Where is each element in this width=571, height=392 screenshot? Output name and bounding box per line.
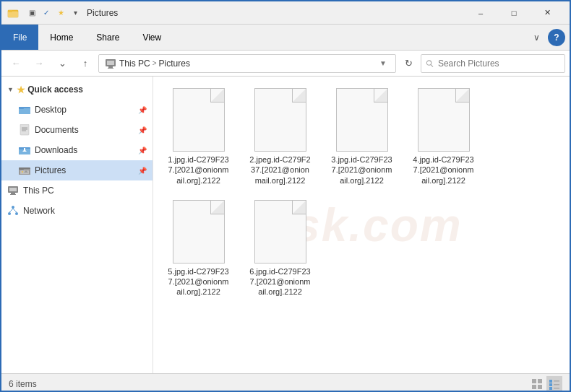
svg-point-7: [426, 60, 431, 64]
details-view-button[interactable]: [546, 376, 562, 392]
svg-rect-39: [538, 385, 542, 389]
file-item-6[interactable]: 6.jpg.id-C279F237.[2021@onionmail.org].2…: [242, 196, 318, 302]
svg-rect-30: [10, 194, 16, 195]
svg-rect-23: [19, 167, 24, 170]
search-box[interactable]: [421, 54, 565, 73]
quick-access-rename[interactable]: ★: [55, 7, 66, 19]
address-bar: ← → ⌄ ↑ This PC > Pictures ▼ ↻: [1, 51, 570, 77]
tab-share[interactable]: Share: [85, 25, 131, 50]
forward-button[interactable]: →: [29, 54, 49, 73]
ribbon-end: ∨ ?: [528, 25, 570, 50]
network-label: Network: [23, 206, 55, 216]
file-item-2[interactable]: 2.jpeg.id-C279F237.[2021@onionmail.org].…: [242, 84, 318, 190]
downloads-pin-icon: 📌: [138, 147, 147, 154]
quick-access-undo[interactable]: ✓: [40, 7, 52, 19]
ribbon-collapse-button[interactable]: ∨: [528, 29, 545, 46]
file-icon-3: [336, 88, 388, 152]
sidebar-item-pictures[interactable]: Pictures 📌: [1, 160, 153, 180]
file-item-3[interactable]: 3.jpg.id-C279F237.[2021@onionmail.org].2…: [324, 84, 400, 190]
pictures-pin-icon: 📌: [138, 167, 147, 175]
file-name-3: 3.jpg.id-C279F237.[2021@onionmail.org].2…: [331, 154, 392, 186]
item-count: 6 items: [9, 379, 37, 389]
app-icon: [7, 7, 19, 19]
file-icon-6: [254, 200, 306, 263]
large-icon-view-icon: [531, 378, 543, 390]
svg-line-34: [9, 209, 13, 212]
file-name-4: 4.jpg.id-C279F237.[2021@onionmail.org].2…: [413, 154, 473, 186]
svg-line-35: [13, 209, 17, 212]
svg-rect-2: [8, 10, 12, 12]
file-icon-2: [254, 88, 306, 152]
tab-view[interactable]: View: [131, 25, 173, 50]
svg-rect-20: [24, 148, 25, 150]
svg-rect-37: [538, 379, 542, 383]
svg-rect-44: [549, 387, 552, 390]
refresh-button[interactable]: ↻: [399, 54, 418, 73]
desktop-folder-icon: [19, 104, 30, 116]
search-icon: [426, 59, 434, 68]
window-controls: – □ ✕: [464, 1, 564, 25]
sidebar-item-this-pc[interactable]: This PC: [1, 180, 153, 201]
close-button[interactable]: ✕: [531, 1, 564, 25]
svg-point-33: [15, 212, 18, 215]
sidebar-item-downloads[interactable]: Downloads 📌: [1, 140, 153, 160]
search-input[interactable]: [438, 58, 560, 69]
back-button[interactable]: ←: [6, 54, 26, 73]
this-pc-label: This PC: [23, 186, 54, 196]
svg-rect-18: [19, 147, 24, 149]
minimize-button[interactable]: –: [464, 1, 497, 25]
file-icon-4: [418, 88, 470, 152]
tab-home[interactable]: Home: [38, 25, 85, 50]
svg-rect-10: [19, 108, 30, 114]
icon-view-button[interactable]: [529, 376, 545, 392]
svg-rect-28: [9, 188, 17, 191]
downloads-icon: [19, 144, 30, 156]
file-icon-1: [173, 88, 225, 152]
quick-access-properties[interactable]: ▣: [26, 7, 38, 19]
file-name-6: 6.jpg.id-C279F237.[2021@onionmail.org].2…: [249, 266, 310, 297]
svg-point-25: [22, 171, 23, 173]
file-item-1[interactable]: 1.jpg.id-C279F237.[2021@onionmail.org].2…: [160, 84, 236, 190]
svg-rect-4: [107, 61, 114, 65]
documents-label: Documents: [35, 125, 79, 135]
downloads-label: Downloads: [35, 145, 77, 155]
sidebar-item-desktop[interactable]: Desktop 📌: [1, 100, 153, 120]
view-controls: [529, 376, 562, 392]
path-sep-1: >: [153, 59, 157, 67]
file-area: risk.com 1.jpg.id-C279F237.[2021@onionma…: [153, 77, 570, 373]
file-name-5: 5.jpg.id-C279F237.[2021@onionmail.org].2…: [168, 266, 228, 297]
star-icon: ★: [17, 84, 25, 95]
documents-icon: [19, 124, 30, 136]
up-button[interactable]: ↑: [75, 54, 95, 73]
sidebar-item-documents[interactable]: Documents 📌: [1, 120, 153, 140]
file-item-5[interactable]: 5.jpg.id-C279F237.[2021@onionmail.org].2…: [160, 196, 236, 302]
svg-line-8: [431, 64, 433, 66]
path-this-pc: This PC: [119, 58, 150, 69]
quick-access-label: Quick access: [27, 84, 83, 95]
quick-access-dropdown[interactable]: ▾: [69, 7, 81, 19]
sidebar-item-network[interactable]: Network: [1, 201, 153, 221]
svg-rect-38: [532, 385, 536, 389]
this-pc-icon: [7, 185, 19, 196]
title-bar: ▣ ✓ ★ ▾ Pictures – □ ✕: [1, 1, 570, 25]
dropdown-nav-button[interactable]: ⌄: [52, 54, 72, 73]
file-item-4[interactable]: 4.jpg.id-C279F237.[2021@onionmail.org].2…: [405, 84, 481, 190]
file-icon-5: [173, 200, 225, 263]
tab-file[interactable]: File: [1, 25, 38, 50]
svg-rect-45: [554, 388, 559, 389]
help-button[interactable]: ?: [548, 29, 565, 46]
address-path[interactable]: This PC > Pictures ▼: [98, 54, 396, 73]
sidebar: ▼ ★ Quick access Desktop 📌: [1, 77, 153, 373]
svg-rect-41: [554, 380, 559, 382]
ribbon: File Home Share View ∨ ?: [1, 25, 570, 51]
file-name-2: 2.jpeg.id-C279F237.[2021@onionmail.org].…: [249, 154, 310, 186]
file-name-1: 1.jpg.id-C279F237.[2021@onionmail.org].2…: [168, 154, 228, 186]
maximize-button[interactable]: □: [497, 1, 531, 25]
documents-pin-icon: 📌: [138, 126, 147, 134]
svg-rect-5: [108, 66, 113, 68]
status-bar: 6 items: [1, 373, 570, 392]
svg-rect-6: [108, 68, 113, 69]
path-dropdown-arrow[interactable]: ▼: [377, 59, 390, 67]
network-icon: [7, 205, 19, 217]
quick-access-header[interactable]: ▼ ★ Quick access: [1, 79, 153, 100]
